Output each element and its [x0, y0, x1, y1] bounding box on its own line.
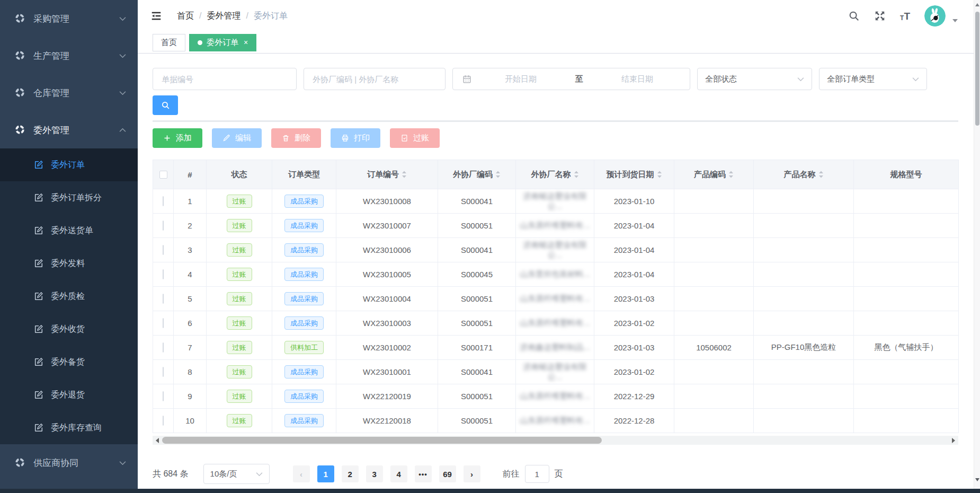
sidebar-item-outsourcing-receiving[interactable]: 委外收货	[0, 313, 138, 346]
prev-page-button[interactable]: ‹	[293, 465, 310, 482]
column-header-expected_date[interactable]: 预计到货日期	[594, 160, 674, 189]
order-type-select[interactable]: 全部订单类型	[819, 68, 927, 90]
row-checkbox[interactable]	[163, 318, 164, 328]
delete-button[interactable]: 删除	[271, 128, 321, 148]
font-size-icon[interactable]: TT	[900, 11, 910, 21]
sidebar-item-outsourcing-inventory-query[interactable]: 委外库存查询	[0, 411, 138, 444]
bottom-bar	[0, 489, 980, 493]
tab-home[interactable]: 首页	[153, 34, 185, 51]
breadcrumb-item[interactable]: 首页	[177, 11, 194, 22]
chevron-down-icon	[119, 54, 126, 58]
row-checkbox[interactable]	[163, 269, 164, 279]
sort-carets-icon	[574, 171, 579, 178]
scroll-left-arrow-icon[interactable]	[154, 436, 161, 445]
row-checkbox[interactable]	[163, 416, 164, 426]
next-page-button[interactable]: ›	[464, 465, 480, 482]
sidebar-item-warehouse-management[interactable]: 仓库管理	[0, 74, 138, 111]
cell-order_no: WX23010005	[336, 262, 438, 287]
status-select[interactable]: 全部状态	[697, 68, 812, 90]
cell-order_type: 成品采购	[272, 360, 336, 384]
scroll-down-arrow-icon[interactable]	[974, 476, 980, 483]
column-header-product_code[interactable]: 产品编码	[674, 160, 754, 189]
date-start-placeholder[interactable]: 开始日期	[474, 74, 568, 84]
sidebar-item-purchase-management[interactable]: 采购管理	[0, 0, 138, 37]
component-icon	[15, 125, 25, 135]
sidebar-item-outsourcing-quality-check[interactable]: 委外质检	[0, 280, 138, 313]
sidebar-item-outsourcing-return[interactable]: 委外退货	[0, 378, 138, 411]
column-header-status: 状态	[207, 160, 272, 189]
trash-icon	[282, 134, 290, 142]
add-button[interactable]: 添加	[153, 128, 202, 148]
more-pages-button[interactable]: •••	[415, 465, 432, 482]
fullscreen-icon[interactable]	[874, 10, 886, 22]
row-checkbox[interactable]	[163, 367, 164, 377]
page-button-1[interactable]: 1	[317, 465, 334, 482]
status-badge: 过账	[227, 341, 252, 355]
page-button-3[interactable]: 3	[366, 465, 383, 482]
horizontal-scrollbar[interactable]	[153, 436, 958, 445]
row-checkbox[interactable]	[163, 391, 164, 401]
component-icon	[15, 13, 25, 24]
column-header-factory_code[interactable]: 外协厂编码	[438, 160, 516, 189]
vertical-scrollbar-thumb[interactable]	[975, 12, 979, 126]
sidebar-collapse-button[interactable]	[150, 10, 163, 22]
column-header-factory_name[interactable]: 外协厂名称	[516, 160, 594, 189]
edit-square-icon	[34, 160, 43, 170]
scroll-right-arrow-icon[interactable]	[950, 436, 957, 445]
sidebar-item-outsourcing-delivery-note[interactable]: 委外送货单	[0, 214, 138, 247]
scroll-up-arrow-icon[interactable]	[974, 1, 980, 8]
tab-active[interactable]: 委外订单×	[189, 34, 256, 51]
search-icon[interactable]	[848, 10, 860, 22]
print-button[interactable]: 打印	[331, 128, 380, 148]
factory-name-text: 济南铭达塑业有限公...	[523, 191, 587, 210]
vertical-scrollbar[interactable]	[974, 0, 980, 489]
page-button-2[interactable]: 2	[342, 465, 359, 482]
order-type-badge: 成品采购	[284, 316, 324, 330]
sidebar-item-outsourcing-material-issue[interactable]: 委外发料	[0, 247, 138, 280]
page-size-select[interactable]: 10条/页	[203, 464, 270, 484]
date-range-picker[interactable]: 开始日期 至 结束日期	[452, 68, 690, 90]
cell-select	[153, 384, 174, 409]
post-button[interactable]: 过账	[390, 128, 440, 148]
table-row: 4过账成品采购WX23010005S000045山东普邦包装材料...2023-…	[153, 262, 959, 287]
edit-square-icon	[34, 259, 43, 268]
row-checkbox[interactable]	[163, 294, 164, 304]
sidebar-item-production-management[interactable]: 生产管理	[0, 37, 138, 74]
sidebar-item-outsourcing-order[interactable]: 委外订单	[0, 148, 138, 181]
page-button-69[interactable]: 69	[439, 465, 456, 482]
select-all-checkbox[interactable]	[159, 171, 167, 179]
sidebar-item-outsourcing-order-split[interactable]: 委外订单拆分	[0, 181, 138, 214]
cell-product_code	[674, 238, 754, 262]
column-header-product_name[interactable]: 产品名称	[754, 160, 854, 189]
factory-search-input[interactable]	[304, 68, 446, 90]
page-button-4[interactable]: 4	[390, 465, 407, 482]
search-button[interactable]	[153, 95, 178, 115]
sidebar-item-outsourcing-stock-prep[interactable]: 委外备货	[0, 346, 138, 378]
cell-order_type: 成品采购	[272, 262, 336, 287]
row-checkbox[interactable]	[163, 221, 164, 231]
cell-spec	[854, 409, 959, 433]
date-end-placeholder[interactable]: 结束日期	[590, 74, 684, 84]
row-checkbox[interactable]	[163, 196, 164, 206]
edit-button[interactable]: 编辑	[212, 128, 262, 148]
goto-page-input[interactable]	[525, 465, 549, 483]
row-checkbox[interactable]	[163, 245, 164, 255]
breadcrumb-item[interactable]: 委外管理	[207, 11, 240, 22]
cell-index: 8	[174, 360, 207, 384]
sidebar-item-outsourcing-management[interactable]: 委外管理	[0, 111, 138, 148]
column-header-inner: 外协厂名称	[516, 170, 594, 180]
row-checkbox[interactable]	[163, 342, 164, 353]
cell-product_name	[754, 311, 854, 336]
cell-factory_name: 济南铭达塑业有限公...	[516, 238, 594, 262]
doc-no-input[interactable]	[153, 68, 297, 90]
column-header-order_type: 订单类型	[272, 160, 336, 189]
close-icon[interactable]: ×	[244, 39, 248, 46]
column-header-index: #	[174, 160, 207, 189]
avatar[interactable]	[924, 5, 946, 27]
sidebar-item-supplier-collaboration[interactable]: 供应商协同	[0, 444, 138, 481]
horizontal-scrollbar-thumb[interactable]	[162, 437, 602, 444]
cell-factory_code: S000041	[438, 189, 516, 214]
table-row: 7过账供料加工WX23010002S000171济南鑫达塑料制品...2023-…	[153, 336, 959, 360]
chevron-down-icon[interactable]	[952, 19, 958, 22]
column-header-order_no[interactable]: 订单编号	[336, 160, 438, 189]
